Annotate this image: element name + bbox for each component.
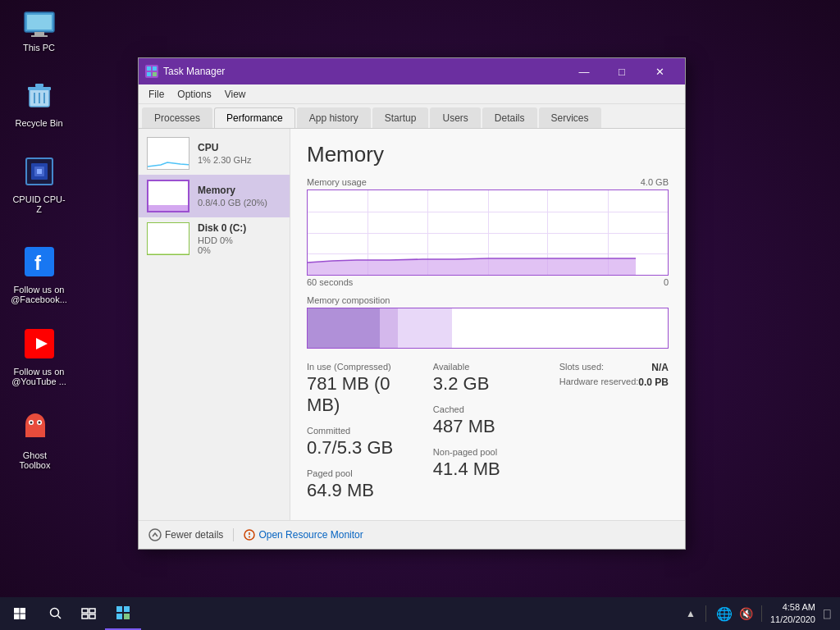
search-button[interactable] (39, 597, 72, 630)
desktop-icon-facebook[interactable]: f Follow us on @Facebook... (8, 242, 70, 308)
menu-bar: File Options View (139, 84, 685, 104)
stat-in-use-label: In use (Compressed) (307, 362, 420, 372)
close-button[interactable]: ✕ (641, 58, 678, 84)
disk-thumbnail (147, 222, 189, 255)
stat-paged-pool-label: Paged pool (307, 468, 420, 478)
desktop-icon-this-pc[interactable]: This PC (8, 8, 70, 56)
svg-rect-5 (28, 87, 51, 90)
taskmanager-taskbar-icon (116, 605, 130, 620)
stat-in-use: In use (Compressed) 781 MB (0 MB) (307, 362, 420, 416)
taskmanager-taskbar-button[interactable] (105, 597, 141, 630)
tab-startup[interactable]: Startup (372, 107, 429, 128)
stat-non-paged-pool-label: Non-paged pool (433, 447, 546, 457)
resource-monitor-icon (244, 529, 255, 541)
svg-rect-39 (21, 614, 26, 620)
recycle-bin-icon (23, 79, 56, 115)
tab-bar: Processes Performance App history Startu… (139, 104, 685, 129)
svg-rect-3 (31, 35, 48, 37)
sidebar-item-cpu[interactable]: CPU 1% 2.30 GHz (139, 132, 290, 175)
fewer-details-button[interactable]: Fewer details (148, 528, 223, 541)
svg-rect-29 (153, 72, 157, 76)
tab-details[interactable]: Details (482, 107, 537, 128)
svg-rect-37 (21, 608, 26, 614)
taskmanager-app-icon (145, 65, 158, 78)
clock-time: 4:58 AM (770, 601, 815, 614)
slots-used-value: N/A (651, 362, 669, 373)
volume-icon[interactable]: 🔇 (739, 607, 753, 620)
sidebar-title-disk: Disk 0 (C:) (198, 222, 281, 234)
menu-view[interactable]: View (218, 87, 253, 102)
chart-footer-right: 0 (664, 277, 669, 287)
tab-processes[interactable]: Processes (142, 107, 212, 128)
detail-panel: Memory Memory usage 4.0 GB (290, 129, 685, 520)
sidebar-item-memory[interactable]: Memory 0.8/4.0 GB (20%) (139, 175, 290, 217)
tab-performance[interactable]: Performance (214, 107, 295, 128)
maximize-button[interactable]: □ (603, 58, 641, 84)
svg-rect-43 (89, 609, 95, 613)
desktop-icon-ghost-toolbox[interactable]: Ghost Toolbox (4, 408, 66, 473)
cpuid-icon (23, 155, 56, 191)
chart-section: Memory usage 4.0 GB (307, 177, 669, 287)
desktop-icon-recycle-bin[interactable]: Recycle Bin (8, 75, 70, 131)
hw-reserved-row: Hardware reserved: 0.0 PB (559, 377, 669, 388)
taskbar-clock[interactable]: 4:58 AM 11/20/2020 (770, 601, 815, 627)
svg-rect-1 (27, 15, 52, 30)
hw-reserved-label: Hardware reserved: (559, 377, 639, 386)
svg-rect-45 (89, 614, 95, 619)
svg-rect-47 (124, 606, 130, 612)
cpu-thumbnail (147, 137, 189, 170)
desktop-icon-youtube[interactable]: Follow us on @YouTube ... (8, 324, 70, 390)
tab-app-history[interactable]: App history (297, 107, 371, 128)
sidebar-info-memory: Memory 0.8/4.0 GB (20%) (198, 185, 281, 208)
svg-rect-6 (35, 84, 43, 87)
sidebar-info-disk: Disk 0 (C:) HDD 0% 0% (198, 222, 281, 255)
svg-point-35 (249, 536, 250, 538)
task-view-button[interactable] (72, 597, 105, 630)
notification-icon[interactable]: ⎕ (820, 607, 833, 620)
this-pc-icon (23, 11, 56, 39)
svg-rect-2 (34, 32, 44, 35)
main-content: CPU 1% 2.30 GHz Memory 0.8/4.0 GB (20%) (139, 129, 685, 520)
minimize-button[interactable]: — (565, 58, 603, 84)
tray-separator (705, 605, 706, 622)
svg-rect-48 (116, 614, 122, 619)
chart-header: Memory usage 4.0 GB (307, 177, 669, 187)
stat-committed: Committed 0.7/5.3 GB (307, 426, 420, 459)
svg-rect-13 (37, 169, 42, 174)
stat-committed-value: 0.7/5.3 GB (307, 437, 420, 459)
stat-non-paged-pool-value: 41.4 MB (433, 459, 546, 480)
window-title: Task Manager (163, 66, 565, 77)
start-button[interactable] (0, 597, 39, 630)
svg-rect-36 (14, 608, 20, 614)
tray-chevron-icon[interactable]: ▲ (686, 608, 696, 619)
sidebar-info-cpu: CPU 1% 2.30 GHz (198, 142, 281, 165)
open-resource-monitor-link[interactable]: Open Resource Monitor (244, 529, 363, 541)
stats-right: Slots used: N/A Hardware reserved: 0.0 P… (559, 362, 669, 501)
stat-cached-label: Cached (433, 404, 546, 414)
sidebar-subtitle-memory: 0.8/4.0 GB (20%) (198, 198, 281, 208)
svg-point-24 (30, 422, 32, 424)
separator (233, 528, 234, 541)
language-icon[interactable]: 🌐 (716, 606, 733, 622)
svg-rect-46 (116, 606, 122, 612)
memory-thumbnail (147, 180, 189, 212)
menu-file[interactable]: File (142, 87, 171, 102)
svg-point-25 (38, 422, 40, 424)
ghost-toolbox-icon (19, 411, 52, 447)
menu-options[interactable]: Options (171, 87, 217, 102)
tray-separator-2 (761, 605, 762, 622)
desktop-icon-label: Ghost Toolbox (7, 450, 62, 470)
stats-area: In use (Compressed) 781 MB (0 MB) Commit… (307, 362, 669, 501)
stat-paged-pool: Paged pool 64.9 MB (307, 468, 420, 501)
desktop-icon-label: Follow us on @Facebook... (11, 285, 67, 304)
tab-services[interactable]: Services (539, 107, 601, 128)
tab-users[interactable]: Users (430, 107, 480, 128)
search-icon (49, 607, 62, 620)
sidebar-item-disk0[interactable]: Disk 0 (C:) HDD 0% 0% (139, 217, 290, 260)
chart-header-value: 4.0 GB (641, 177, 669, 187)
composition-bar (307, 308, 669, 349)
taskbar-right: ▲ 🌐 🔇 4:58 AM 11/20/2020 ⎕ (686, 601, 840, 627)
stat-available: Available 3.2 GB (433, 362, 546, 395)
composition-label: Memory composition (307, 295, 669, 305)
desktop-icon-cpuid[interactable]: CPUID CPU-Z (8, 152, 70, 217)
